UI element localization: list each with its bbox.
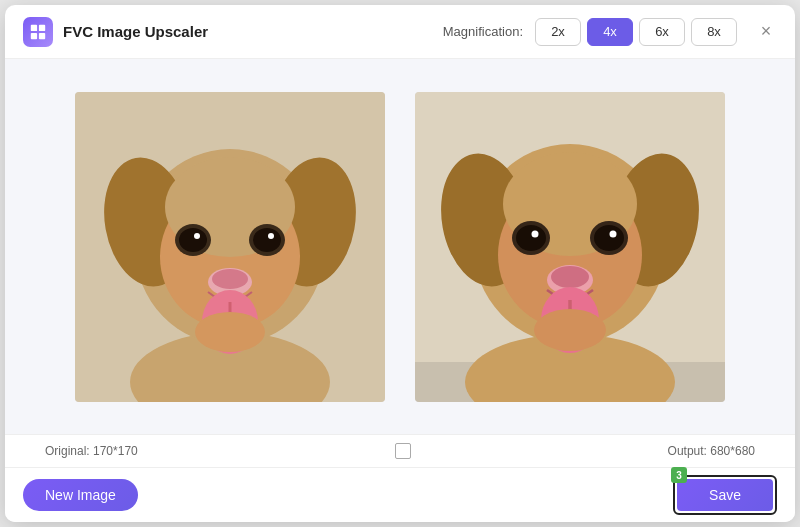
content-area xyxy=(5,59,795,434)
new-image-button[interactable]: New Image xyxy=(23,479,138,511)
svg-point-15 xyxy=(253,228,281,252)
svg-point-18 xyxy=(212,269,248,289)
output-image-panel xyxy=(415,92,725,402)
logo-icon xyxy=(29,23,47,41)
save-button-container: 3 Save xyxy=(673,475,777,515)
svg-point-34 xyxy=(594,225,624,251)
svg-point-37 xyxy=(551,266,589,288)
svg-point-32 xyxy=(532,230,539,237)
magnification-buttons: 2x 4x 6x 8x xyxy=(535,18,737,46)
original-dog-image xyxy=(75,92,385,402)
mag-4x-button[interactable]: 4x xyxy=(587,18,633,46)
compare-icon[interactable] xyxy=(395,443,411,459)
mag-8x-button[interactable]: 8x xyxy=(691,18,737,46)
mag-6x-button[interactable]: 6x xyxy=(639,18,685,46)
output-dog-image xyxy=(415,92,725,402)
mag-2x-button[interactable]: 2x xyxy=(535,18,581,46)
status-bar: Original: 170*170 Output: 680*680 xyxy=(5,434,795,468)
app-title: FVC Image Upscaler xyxy=(63,23,208,40)
output-size-label: Output: 680*680 xyxy=(668,444,755,458)
svg-rect-2 xyxy=(31,32,37,38)
svg-point-35 xyxy=(610,230,617,237)
svg-rect-0 xyxy=(31,24,37,30)
svg-point-31 xyxy=(516,225,546,251)
svg-point-12 xyxy=(179,228,207,252)
svg-point-16 xyxy=(268,233,274,239)
svg-point-13 xyxy=(194,233,200,239)
svg-point-40 xyxy=(534,309,606,351)
magnification-label: Magnification: xyxy=(443,24,523,39)
app-window: FVC Image Upscaler Magnification: 2x 4x … xyxy=(5,5,795,522)
app-logo xyxy=(23,17,53,47)
save-button[interactable]: Save xyxy=(677,479,773,511)
svg-rect-1 xyxy=(39,24,45,30)
svg-rect-3 xyxy=(39,32,45,38)
original-size-label: Original: 170*170 xyxy=(45,444,138,458)
bottom-bar: New Image 3 Save xyxy=(5,468,795,522)
title-bar: FVC Image Upscaler Magnification: 2x 4x … xyxy=(5,5,795,59)
close-button[interactable]: × xyxy=(755,21,777,43)
save-badge: 3 xyxy=(671,467,687,483)
svg-point-21 xyxy=(195,312,265,352)
original-image-panel xyxy=(75,92,385,402)
